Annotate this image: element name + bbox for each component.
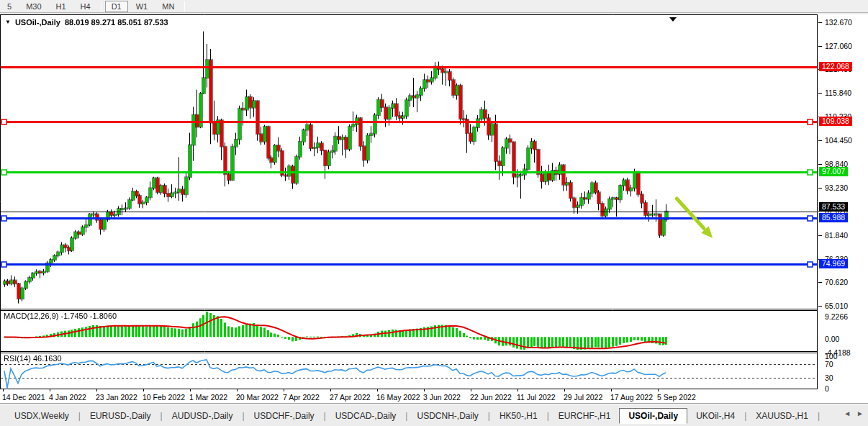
price-tick-label: 70.620 — [825, 278, 848, 286]
axis-tick-mark — [818, 164, 822, 165]
date-label: 29 Jul 2022 — [564, 393, 602, 402]
symbol-tab-usdcnh[interactable]: USDCNH-,Daily — [408, 409, 487, 423]
date-tick-mark — [564, 389, 565, 391]
symbol-tabbar: USDX,Weekly|EURUSD-,Daily|AUDUSD-,Daily|… — [6, 407, 839, 425]
symbol-tab-usdcad[interactable]: USDCAD-,Daily — [327, 409, 405, 423]
price-tick-label: 93.230 — [825, 183, 848, 192]
axis-tick-mark — [818, 22, 822, 23]
chart-title: ▼ USOil-,Daily 88.019 89.271 85.051 87.5… — [5, 18, 168, 27]
date-label: 5 Sep 2022 — [657, 393, 696, 402]
price-chart-canvas[interactable] — [0, 14, 818, 389]
date-tick-mark — [517, 389, 518, 391]
toolbar-separator — [184, 1, 185, 12]
chart-window: ▼ USOil-,Daily 88.019 89.271 85.051 87.5… — [0, 14, 868, 403]
axis-tick-mark — [818, 306, 822, 307]
timeframe-toolbar: 5M30H1H4D1W1MN — [0, 0, 868, 13]
price-tick-label: 115.840 — [825, 89, 851, 97]
level-price-label: 87.533 — [819, 202, 848, 212]
timeframe-button-w1[interactable]: W1 — [130, 1, 155, 12]
price-tick-label: 127.060 — [825, 42, 852, 50]
date-label: 3 Jun 2022 — [423, 393, 461, 402]
mt4-window: 5M30H1H4D1W1MN ▼ USOil-,Daily 88.019 89.… — [0, 0, 868, 426]
tab-scroll-right-icon[interactable]: ► — [856, 409, 864, 417]
symbol-tab-eurchf[interactable]: EURCHF-,H1 — [550, 409, 620, 423]
timeframe-button-h4[interactable]: H4 — [74, 1, 97, 12]
symbol-tab-xauusd[interactable]: XAUUSD-,H1 — [747, 409, 817, 423]
macd-axis-label: 0.00 — [825, 335, 839, 343]
axis-tick-mark — [818, 282, 822, 283]
date-tick-mark — [3, 389, 4, 391]
rsi-axis-label: 70 — [825, 360, 833, 368]
timeframe-button-mn[interactable]: MN — [155, 1, 181, 12]
symbol-tab-hk50[interactable]: HK50-,H1 — [491, 409, 546, 423]
chart-ohlc-values: 88.019 89.271 85.051 87.533 — [65, 18, 168, 27]
rsi-label: RSI(14) 46.1630 — [4, 354, 62, 363]
price-tick-label: 132.670 — [825, 18, 852, 27]
macd-axis-label: 9.2266 — [825, 312, 848, 321]
date-label: 11 Jul 2022 — [517, 393, 556, 402]
symbol-tab-audusd[interactable]: AUDUSD-,Daily — [163, 409, 242, 423]
date-label: 17 Aug 2022 — [610, 393, 653, 402]
level-price-label: 122.068 — [819, 62, 852, 71]
axis-tick-mark — [818, 188, 822, 189]
price-tick-label: 65.010 — [825, 302, 848, 310]
date-label: 4 Jan 2022 — [49, 393, 86, 402]
axis-tick-mark — [818, 235, 822, 236]
price-tick-label: 81.840 — [825, 231, 848, 240]
tab-scrollers: ◄ ► — [844, 409, 864, 417]
date-tick-mark — [424, 389, 425, 391]
tab-separator: | — [817, 411, 820, 421]
timeframe-button-d1[interactable]: D1 — [105, 1, 128, 12]
symbol-tab-eurusd[interactable]: EURUSD-,Daily — [81, 409, 160, 423]
toolbar-separator — [101, 1, 101, 12]
date-tick-mark — [96, 389, 97, 391]
date-tick-mark — [284, 389, 284, 391]
date-label: 14 Dec 2021 — [2, 393, 45, 402]
price-axis: 132.670127.060121.450115.840110.230104.4… — [818, 14, 868, 403]
rsi-axis-label: 0 — [825, 384, 829, 393]
tab-scroll-left-icon[interactable]: ◄ — [844, 409, 851, 417]
date-label: 1 Mar 2022 — [189, 393, 227, 402]
date-tick-mark — [658, 389, 659, 391]
symbol-tab-usdx[interactable]: USDX,Weekly — [6, 409, 78, 423]
symbol-tab-ukoil[interactable]: UKOil-,H4 — [687, 409, 743, 423]
price-tick-label: 104.450 — [825, 136, 852, 145]
date-tick-mark — [50, 389, 50, 391]
date-tick-mark — [143, 389, 144, 391]
date-label: 23 Jan 2022 — [96, 393, 137, 402]
date-tick-mark — [611, 389, 612, 391]
date-axis: 14 Dec 20214 Jan 202223 Jan 202210 Feb 2… — [0, 389, 818, 403]
level-price-label: 85.988 — [819, 213, 848, 222]
level-price-label: 109.038 — [819, 117, 852, 126]
date-tick-mark — [330, 389, 331, 391]
date-label: 16 May 2022 — [376, 393, 420, 402]
date-label: 10 Feb 2022 — [143, 393, 185, 402]
date-tick-mark — [190, 389, 191, 391]
symbol-tab-usdchf[interactable]: USDCHF-,Daily — [245, 409, 323, 423]
date-label: 7 Apr 2022 — [283, 393, 320, 402]
date-label: 22 Jun 2022 — [470, 393, 512, 402]
axis-tick-mark — [818, 140, 822, 141]
chart-dropdown-icon[interactable]: ▼ — [5, 19, 11, 26]
rsi-axis-label: 30 — [825, 373, 833, 382]
date-label: 20 Mar 2022 — [236, 393, 279, 402]
macd-label: MACD(12,26,9) -1.7450 -1.8060 — [4, 312, 117, 320]
date-tick-mark — [471, 389, 471, 391]
axis-tick-mark — [818, 46, 822, 47]
timeframe-button-h1[interactable]: H1 — [50, 1, 73, 12]
date-tick-mark — [237, 389, 238, 391]
axis-tick-mark — [818, 93, 822, 94]
level-price-label: 74.969 — [819, 259, 848, 268]
date-label: 27 Apr 2022 — [330, 393, 371, 402]
date-tick-mark — [377, 389, 378, 391]
symbol-tab-usoil[interactable]: USOil-,Daily — [619, 408, 687, 424]
symbol-tab-area: USDX,Weekly|EURUSD-,Daily|AUDUSD-,Daily|… — [0, 403, 868, 426]
timeframe-button-m30[interactable]: M30 — [19, 1, 48, 12]
level-price-label: 97.007 — [819, 167, 848, 176]
timeframe-button-5[interactable]: 5 — [1, 1, 18, 12]
chart-symbol-label: USOil-,Daily — [15, 18, 60, 27]
